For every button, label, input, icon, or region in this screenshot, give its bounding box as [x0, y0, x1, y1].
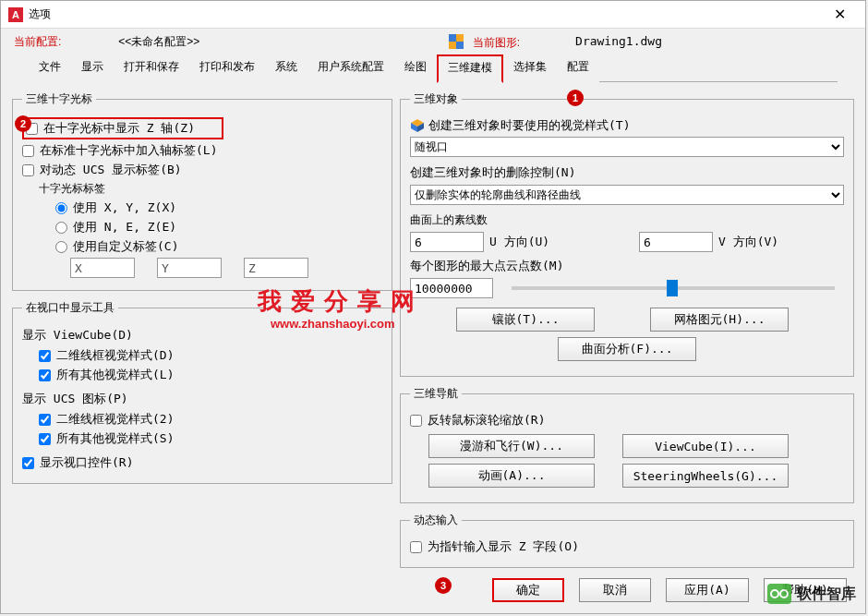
cube-icon [410, 118, 425, 133]
group-dyn-legend: 动态输入 [410, 513, 462, 528]
app-icon: A [8, 7, 23, 22]
select-visual-style[interactable]: 随视口 [410, 137, 844, 157]
drawing-icon [449, 34, 464, 49]
btn-tessellate[interactable]: 镶嵌(T)... [456, 308, 595, 332]
lbl-axis-labels: 在标准十字光标中加入轴标签(L) [40, 142, 217, 159]
lbl-use-custom: 使用自定义标签(C) [73, 238, 178, 255]
options-dialog: A 选项 ✕ 当前配置: <<未命名配置>> 当前图形: Drawing1.dw… [0, 0, 866, 614]
header-row: 当前配置: <<未命名配置>> 当前图形: Drawing1.dwg [1, 29, 865, 53]
tab-opensave[interactable]: 打开和保存 [114, 54, 189, 83]
input-custom-z[interactable] [244, 258, 308, 278]
lbl-ucs-other: 所有其他视觉样式(S) [56, 430, 174, 447]
btn-viewcube-settings[interactable]: ViewCube(I)... [622, 434, 789, 458]
wechat-icon [767, 584, 791, 604]
chk-axis-labels[interactable] [22, 145, 34, 157]
input-v-isolines[interactable] [639, 232, 713, 252]
btn-walk-fly[interactable]: 漫游和飞行(W)... [428, 434, 595, 458]
close-icon[interactable]: ✕ [821, 1, 858, 29]
lbl-use-xyz: 使用 X, Y, Z(X) [73, 199, 176, 216]
tab-selection[interactable]: 选择集 [503, 54, 557, 83]
row-dynamic-ucs: 对动态 UCS 显示标签(B) [22, 162, 382, 178]
row-custom-inputs [70, 258, 382, 278]
input-u-isolines[interactable] [410, 232, 484, 252]
ok-button[interactable]: 确定 [492, 578, 564, 602]
tab-userpref[interactable]: 用户系统配置 [307, 54, 394, 83]
slider-thumb[interactable] [667, 280, 678, 296]
lbl-dyn-z-field: 为指针输入显示 Z 字段(O) [428, 538, 579, 555]
titlebar: A 选项 ✕ [1, 1, 865, 29]
lbl-viewport-controls: 显示视口控件(R) [40, 454, 133, 471]
lbl-visual-style: 创建三维对象时要使用的视觉样式(T) [428, 117, 630, 134]
cancel-button[interactable]: 取消 [579, 578, 651, 602]
input-custom-x[interactable] [70, 258, 135, 278]
annotation-badge-1: 1 [567, 90, 584, 106]
row-show-z-axis: 在十字光标中显示 Z 轴(Z) [22, 117, 223, 139]
lbl-display-viewcube: 显示 ViewCube(D) [22, 327, 382, 344]
lbl-vc-other: 所有其他视觉样式(L) [56, 367, 174, 383]
rad-use-custom[interactable] [55, 241, 67, 253]
lbl-u-dir: U 方向(U) [489, 234, 582, 250]
lbl-reverse-wheel: 反转鼠标滚轮缩放(R) [428, 412, 545, 429]
group-viewport-legend: 在视口中显示工具 [22, 300, 118, 316]
chk-dynamic-ucs[interactable] [22, 164, 34, 176]
drawing-label: 当前图形: [449, 34, 520, 51]
chk-reverse-wheel[interactable] [410, 415, 422, 427]
lbl-crosshair-labels: 十字光标标签 [39, 181, 382, 197]
btn-mesh-primitives[interactable]: 网格图元(H)... [650, 308, 789, 332]
lbl-ucs-2d: 二维线框视觉样式(2) [56, 411, 174, 428]
svg-rect-2 [449, 42, 456, 49]
lbl-delete-control: 创建三维对象时的删除控制(N) [410, 164, 844, 181]
svg-rect-1 [456, 34, 464, 42]
lbl-v-dir: V 方向(V) [718, 234, 778, 250]
row-opt-custom: 使用自定义标签(C) [55, 238, 382, 255]
row-axis-labels: 在标准十字光标中加入轴标签(L) [22, 142, 382, 159]
lbl-display-ucs-icon: 显示 UCS 图标(P) [22, 391, 382, 407]
lbl-vc-2d: 二维线框视觉样式(D) [56, 347, 174, 364]
annotation-badge-2: 2 [15, 115, 31, 132]
group-3d-objects: 三维对象 创建三维对象时要使用的视觉样式(T) 随视口 创建三维对象时的删除控制… [400, 91, 854, 377]
tab-file[interactable]: 文件 [29, 54, 71, 83]
chk-dyn-z-field[interactable] [410, 541, 422, 553]
lbl-isolines: 曲面上的素线数 [410, 212, 844, 228]
input-custom-y[interactable] [157, 258, 222, 278]
lbl-show-z-axis: 在十字光标中显示 Z 轴(Z) [43, 120, 195, 137]
drawing-value: Drawing1.dwg [575, 34, 662, 51]
chk-vc-2d[interactable] [39, 350, 51, 362]
tab-display[interactable]: 显示 [71, 54, 114, 83]
chk-vc-other[interactable] [39, 369, 51, 381]
group-dynamic-input: 动态输入 为指针输入显示 Z 字段(O) [400, 513, 854, 568]
group-3d-objects-legend: 三维对象 [410, 91, 462, 107]
chk-ucs-other[interactable] [39, 433, 51, 445]
group-3d-navigation: 三维导航 反转鼠标滚轮缩放(R) 漫游和飞行(W)... ViewCube(I)… [400, 386, 854, 503]
btn-steering-wheels[interactable]: SteeringWheels(G)... [622, 464, 789, 488]
tab-plot[interactable]: 打印和发布 [189, 54, 265, 83]
slider-max-points[interactable] [512, 286, 835, 290]
input-max-points[interactable] [410, 278, 493, 298]
chk-ucs-2d[interactable] [39, 414, 51, 426]
btn-surface-analysis[interactable]: 曲面分析(F)... [558, 337, 696, 361]
lbl-dynamic-ucs: 对动态 UCS 显示标签(B) [40, 162, 182, 178]
apply-button[interactable]: 应用(A) [666, 578, 749, 602]
tab-3dmodeling[interactable]: 三维建模 [437, 54, 503, 83]
row-opt-nez: 使用 N, E, Z(E) [55, 219, 382, 236]
corner-watermark: 软件智库 [767, 584, 856, 604]
tab-system[interactable]: 系统 [265, 54, 307, 83]
lbl-max-points: 每个图形的最大点云点数(M) [410, 258, 844, 274]
group-3d-crosshair: 三维十字光标 在十字光标中显示 Z 轴(Z) 在标准十字光标中加入轴标签(L) … [12, 91, 392, 291]
group-viewport-tools: 在视口中显示工具 显示 ViewCube(D) 二维线框视觉样式(D) 所有其他… [12, 300, 392, 484]
profile-value: <<未命名配置>> [118, 34, 199, 51]
rad-use-nez[interactable] [55, 222, 67, 234]
tab-drafting[interactable]: 绘图 [394, 54, 437, 83]
tab-profiles[interactable]: 配置 [557, 54, 599, 83]
group-3d-nav-legend: 三维导航 [410, 386, 462, 402]
svg-rect-0 [449, 34, 456, 42]
row-opt-xyz: 使用 X, Y, Z(X) [55, 199, 382, 216]
chk-viewport-controls[interactable] [22, 457, 34, 469]
select-delete-control[interactable]: 仅删除实体的轮廓曲线和路径曲线 [410, 185, 844, 205]
profile-label: 当前配置: [14, 34, 61, 51]
svg-rect-3 [456, 42, 464, 49]
annotation-badge-3: 3 [435, 577, 452, 594]
lbl-use-nez: 使用 N, E, Z(E) [73, 219, 176, 236]
rad-use-xyz[interactable] [55, 202, 67, 214]
btn-animation[interactable]: 动画(A)... [428, 464, 595, 488]
